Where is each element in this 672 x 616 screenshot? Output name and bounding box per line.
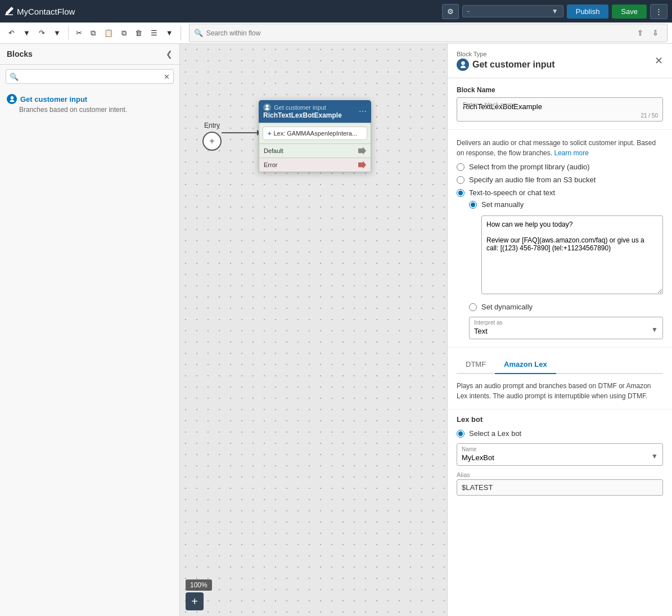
lex-bot-alias-wrap: Alias $LATEST: [457, 471, 663, 496]
default-branch-label: Default: [264, 147, 283, 154]
block-name-section: Block Name Enter a block name 21 / 50: [448, 78, 672, 130]
prev-result-button[interactable]: ⇧: [633, 26, 647, 40]
radio-set-dynamically[interactable]: [469, 303, 477, 311]
interpret-as-wrap: Interpret as Text ▼: [469, 317, 663, 339]
undo-redo-group: ↶ ▼ ↷ ▼: [4, 26, 69, 40]
cut-button[interactable]: ✂: [72, 26, 86, 40]
search-clear-button[interactable]: ✕: [160, 73, 173, 81]
block-lex-item: + Lex: GAMMAAspenlepIntera...: [263, 127, 367, 140]
block-description: Delivers an audio or chat message to sol…: [457, 138, 663, 158]
radio-s3-bucket[interactable]: [457, 176, 464, 184]
option-prompt-library[interactable]: Select from the prompt library (audio): [457, 163, 663, 171]
right-panel-header: Block Type Get customer input ✕: [448, 44, 672, 78]
default-arrow-icon: [358, 147, 366, 155]
tab-dtmf[interactable]: DTMF: [457, 356, 495, 374]
blocks-title: Blocks: [7, 50, 33, 59]
lex-dtmf-section: DTMF Amazon Lex Plays an audio prompt an…: [448, 348, 672, 410]
option-s3-bucket[interactable]: Specify an audio file from an S3 bucket: [457, 176, 663, 184]
flow-block-node[interactable]: Get customer input RichTextLexBotExample…: [259, 100, 371, 172]
right-panel: Block Type Get customer input ✕ Block Na…: [447, 44, 672, 616]
block-item-header: Get customer input: [7, 94, 173, 104]
block-node-name: RichTextLexBotExample: [263, 111, 342, 119]
add-block-button[interactable]: +: [186, 592, 204, 610]
block-item-description: Branches based on customer intent.: [19, 106, 173, 114]
tts-sub-options: Set manually How can we help you today? …: [469, 200, 663, 311]
lex-bot-name-select[interactable]: MyLexBot: [462, 453, 658, 462]
search-icon: 🔍: [6, 73, 22, 81]
tab-amazon-lex[interactable]: Amazon Lex: [495, 356, 556, 374]
block-search-box: 🔍 ✕: [6, 69, 174, 84]
block-node-type-label: Get customer input: [274, 104, 326, 111]
block-type-label: Block Type: [457, 51, 555, 57]
entry-circle: +: [202, 132, 222, 151]
dtmf-lex-tabs: DTMF Amazon Lex: [457, 356, 663, 374]
option-set-dynamically[interactable]: Set dynamically: [469, 303, 663, 311]
block-item-name: Get customer input: [20, 95, 87, 104]
option-tts[interactable]: Text-to-speech or chat text: [457, 188, 663, 197]
block-node-title-area: Get customer input RichTextLexBotExample: [263, 104, 342, 119]
edit-icon: [4, 7, 13, 16]
close-panel-button[interactable]: ✕: [655, 55, 663, 67]
block-branch-error: Error: [259, 158, 371, 172]
flow-canvas[interactable]: Entry + Get customer input RichTextLexB: [180, 44, 447, 616]
copy-button[interactable]: ⧉: [87, 26, 100, 41]
tab-description: Plays an audio prompt and branches based…: [457, 381, 663, 401]
spoken-text-input[interactable]: How can we help you today? Review our [F…: [481, 215, 663, 294]
instance-selector[interactable]: - ▼: [462, 5, 563, 17]
app-title: MyContactFlow: [4, 7, 438, 16]
radio-set-manually[interactable]: [469, 201, 477, 209]
right-panel-title-area: Block Type Get customer input: [457, 51, 555, 71]
option-set-manually[interactable]: Set manually: [469, 200, 663, 209]
block-node-body: + Lex: GAMMAAspenlepIntera... Default Er…: [259, 123, 371, 172]
block-search-input[interactable]: [22, 70, 160, 83]
entry-node: Entry +: [202, 122, 222, 151]
more-menu-button[interactable]: ⋮: [650, 4, 668, 19]
app-name: MyContactFlow: [17, 7, 75, 16]
paste-button[interactable]: 📋: [100, 26, 117, 40]
delete-button[interactable]: 🗑: [131, 26, 146, 40]
lex-bot-section: Lex bot Select a Lex bot Name MyLexBot ▼…: [448, 410, 672, 501]
option-select-lex-bot[interactable]: Select a Lex bot: [457, 429, 663, 438]
undo-button[interactable]: ↶: [4, 26, 19, 40]
right-panel-title: Get customer input: [457, 59, 555, 71]
alias-value: $LATEST: [457, 479, 663, 496]
block-type-icon-small: [263, 104, 271, 111]
error-arrow-icon: [358, 161, 366, 169]
next-result-button[interactable]: ⇩: [648, 26, 662, 40]
rp-block-icon: [457, 59, 469, 71]
block-type-row: Get customer input: [263, 104, 342, 111]
block-node-header: Get customer input RichTextLexBotExample…: [259, 100, 371, 123]
edit-group: ✂ ⧉ 📋 ⧉ 🗑 ☰ ▼: [72, 26, 181, 41]
search-flow-input[interactable]: [206, 29, 630, 37]
blocks-panel: Blocks ❮ 🔍 ✕ Get customer input Branches…: [0, 44, 180, 616]
learn-more-link[interactable]: Learn more: [554, 149, 588, 157]
radio-prompt-library[interactable]: [457, 163, 464, 171]
toolbar: ↶ ▼ ↷ ▼ ✂ ⧉ 📋 ⧉ 🗑 ☰ ▼ 🔍 ⇧ ⇩: [0, 23, 672, 44]
zoom-level: 100%: [186, 579, 212, 591]
main-layout: Blocks ❮ 🔍 ✕ Get customer input Branches…: [0, 44, 672, 616]
save-button[interactable]: Save: [612, 5, 647, 19]
top-bar-actions: ⚙ - ▼ Publish Save ⋮: [442, 4, 668, 19]
publish-button[interactable]: Publish: [567, 5, 609, 19]
settings-button[interactable]: ⚙: [442, 4, 459, 19]
prompt-section: Delivers an audio or chat message to sol…: [448, 130, 672, 348]
collapse-panel-button[interactable]: ❮: [166, 50, 173, 59]
view-dropdown[interactable]: ▼: [162, 26, 177, 40]
view-button[interactable]: ☰: [147, 26, 161, 40]
undo-dropdown[interactable]: ▼: [19, 26, 34, 40]
interpret-as-select[interactable]: Text: [474, 327, 658, 335]
arrange-button[interactable]: ⧉: [118, 26, 130, 41]
block-name-input[interactable]: [457, 98, 662, 121]
interpret-as-label: Interpret as: [474, 320, 658, 326]
redo-button[interactable]: ↷: [35, 26, 49, 40]
block-menu-dots[interactable]: ⋯: [359, 107, 367, 116]
lex-bot-name-wrap: Name MyLexBot ▼: [457, 443, 663, 466]
block-item-get-customer-input[interactable]: Get customer input Branches based on cus…: [0, 88, 179, 119]
redo-dropdown[interactable]: ▼: [49, 26, 65, 40]
radio-tts[interactable]: [457, 189, 464, 197]
prompt-type-radio-group: Select from the prompt library (audio) S…: [457, 163, 663, 197]
blocks-header: Blocks ❮: [0, 44, 179, 65]
search-icon: 🔍: [194, 29, 203, 37]
lex-bot-label: Lex: GAMMAAspenlepIntera...: [273, 130, 357, 137]
radio-select-lex-bot[interactable]: [457, 430, 464, 438]
